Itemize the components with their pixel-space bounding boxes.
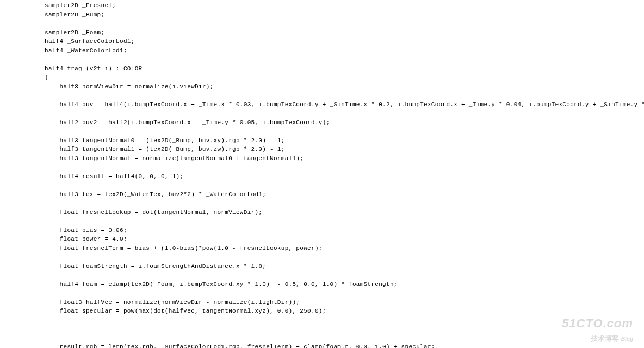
code-line (45, 19, 644, 28)
code-line: half4 buv = half4(i.bumpTexCoord.x + _Ti… (45, 100, 644, 109)
code-line: half4 foam = clamp(tex2D(_Foam, i.bumpTe… (45, 280, 644, 289)
code-line (45, 271, 644, 280)
code-block: sampler2D _Fresnel;sampler2D _Bump; samp… (45, 1, 644, 348)
watermark-site: 51CTO.com (562, 314, 633, 332)
code-line: float fresnelTerm = bias + (1.0-bias)*po… (45, 244, 644, 253)
code-line: half2 buv2 = half2(i.bumpTexCoord.x - _T… (45, 118, 644, 127)
code-line (45, 289, 644, 298)
code-line: half4 _SurfaceColorLod1; (45, 37, 644, 46)
code-line (45, 163, 644, 172)
code-line: half3 tangentNormal0 = (tex2D(_Bump, buv… (45, 136, 644, 145)
code-line: float specular = pow(max(dot(halfVec, ta… (45, 307, 644, 316)
code-line: float3 halfVec = normalize(normViewDir -… (45, 298, 644, 307)
code-line: float power = 4.0; (45, 235, 644, 244)
watermark-subtitle: 技术博客Blog (562, 333, 633, 344)
watermark: 51CTO.com 技术博客Blog (562, 314, 633, 344)
code-line (45, 217, 644, 226)
code-line: result.rgb = lerp(tex.rgb, _SurfaceColor… (45, 343, 644, 348)
code-line (45, 253, 644, 262)
code-line: half4 result = half4(0, 0, 0, 1); (45, 172, 644, 181)
code-line: float fresnelLookup = dot(tangentNormal,… (45, 208, 644, 217)
code-line: sampler2D _Fresnel; (45, 1, 644, 10)
code-line: float bias = 0.06; (45, 226, 644, 235)
code-line: float foamStrength = i.foamStrengthAndDi… (45, 262, 644, 271)
code-line (45, 199, 644, 208)
code-line (45, 91, 644, 100)
watermark-blog: Blog (621, 336, 633, 342)
code-line: sampler2D _Foam; (45, 28, 644, 38)
code-line (45, 127, 644, 136)
code-line (45, 325, 644, 334)
code-line: sampler2D _Bump; (45, 10, 644, 20)
code-line (45, 181, 644, 190)
code-line (45, 55, 644, 64)
watermark-cn: 技术博客 (591, 334, 619, 343)
code-line: half4 _WaterColorLod1; (45, 46, 644, 56)
code-line (45, 334, 644, 343)
code-line: half4 frag (v2f i) : COLOR (45, 64, 644, 74)
code-line (45, 316, 644, 325)
code-line: half3 tex = tex2D(_WaterTex, buv2*2) * _… (45, 190, 644, 199)
code-line (45, 109, 644, 118)
code-line: half3 tangentNormal = normalize(tangentN… (45, 154, 644, 163)
code-line: { (45, 73, 644, 82)
code-line: half3 tangentNormal1 = (tex2D(_Bump, buv… (45, 145, 644, 154)
code-line: half3 normViewDir = normalize(i.viewDir)… (45, 82, 644, 91)
